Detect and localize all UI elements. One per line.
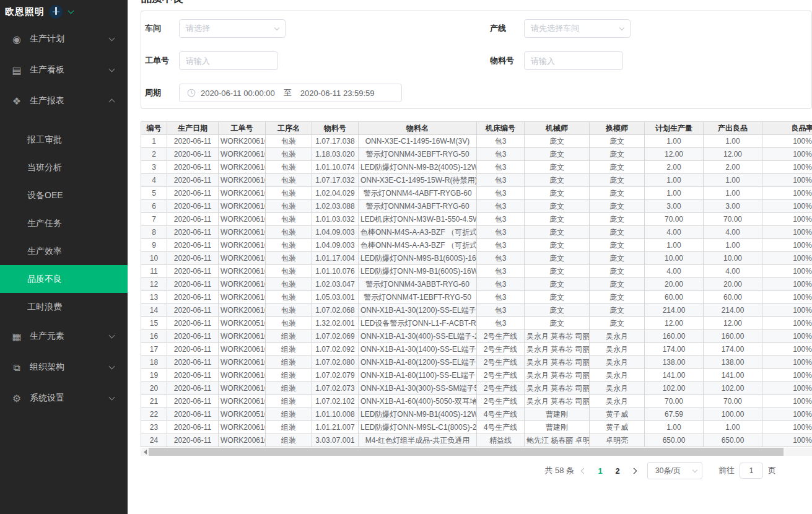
table-row: 102020-06-11WORK200616包装1.01.17.004LED防爆… (141, 252, 812, 265)
column-header: 生产日期 (167, 122, 219, 135)
page-number-2[interactable]: 2 (613, 466, 622, 476)
sidebar: 欧恩照明 ◉生产计划▤生产看板❖生产报表报工审批当班分析设备OEE生产任务生产效… (0, 0, 128, 514)
table-row: 52020-06-11WORK200616包装1.02.04.029警示灯ONN… (141, 187, 812, 200)
table-row: 122020-06-11WORK200616包装1.02.03.047警示灯ON… (141, 278, 812, 291)
kanban-board-icon: ▤ (11, 64, 22, 76)
table-row: 222020-06-11WORK200516组装1.01.10.008LED防爆… (141, 408, 812, 421)
period-daterange-picker[interactable]: 2020-06-11 00:00:00 至 2020-06-11 23:59:5… (179, 84, 402, 102)
line-select[interactable]: 请先选择车间 (524, 19, 631, 38)
sidebar-item-3[interactable]: ▦生产元素 (0, 321, 128, 352)
table-cell: 12 (141, 278, 167, 291)
table-cell: 10.00 (704, 252, 762, 265)
clock-icon (187, 89, 196, 97)
table-cell: 庞文 (525, 317, 590, 330)
sidebar-subitem-2-5[interactable]: 品质不良 (0, 265, 128, 293)
table-cell: 1.00 (645, 421, 704, 434)
table-cell: 2020-06-11 (167, 252, 219, 265)
table-cell: 庞文 (525, 148, 590, 161)
table-cell: 庞文 (525, 187, 590, 200)
sidebar-item-5[interactable]: ⚙系统设置 (0, 383, 128, 414)
table-row: 202020-06-11WORK200616组装1.07.02.073ONN-X… (141, 382, 812, 395)
table-cell: 21 (141, 395, 167, 408)
table-cell: 18 (141, 356, 167, 369)
table-cell: 5 (141, 187, 167, 200)
table-cell: 1 (141, 135, 167, 148)
table-cell: 100% (762, 343, 812, 356)
table-cell: 精益线 (477, 434, 525, 447)
table-cell: 20.00 (645, 278, 704, 291)
prev-page-button[interactable] (581, 468, 587, 474)
table-cell: 庞文 (590, 226, 645, 239)
table-cell: 庞文 (525, 265, 590, 278)
sidebar-subitem-2-4[interactable]: 生产效率 (0, 237, 128, 265)
sidebar-subitem-2-3[interactable]: 生产任务 (0, 209, 128, 237)
table-cell: 100% (762, 421, 812, 434)
table-cell: 庞文 (525, 226, 590, 239)
table-cell: 曹建刚 (525, 408, 590, 421)
chevron-down-icon (109, 364, 115, 370)
table-row: 132020-06-11WORK200616包装1.05.03.001警示灯ON… (141, 291, 812, 304)
table-cell: 60.00 (645, 291, 704, 304)
workshop-label: 车间 (145, 23, 179, 34)
goto-page-input[interactable] (740, 463, 763, 479)
sidebar-subitem-2-0[interactable]: 报工审批 (0, 126, 128, 154)
table-cell: 1.02.03.047 (312, 278, 359, 291)
page-number-1[interactable]: 1 (596, 466, 605, 476)
table-cell: 庞文 (525, 278, 590, 291)
table-cell: 吴永月 (590, 369, 645, 382)
page-title: 品质不良 (141, 0, 812, 5)
page-size-select[interactable]: 30条/页 (647, 462, 702, 479)
table-cell: 100% (762, 408, 812, 421)
table-cell: 庞文 (590, 161, 645, 174)
table-cell: 650.00 (704, 434, 762, 447)
table-cell: 4.00 (645, 226, 704, 239)
sidebar-subitem-2-1[interactable]: 当班分析 (0, 154, 128, 181)
sidebar-subitem-2-6[interactable]: 工时浪费 (0, 293, 128, 321)
sidebar-item-1[interactable]: ▤生产看板 (0, 54, 128, 85)
table-cell: 2020-06-11 (167, 369, 219, 382)
table-cell: 70.00 (704, 213, 762, 226)
sidebar-item-label: 生产元素 (30, 331, 110, 342)
sidebar-item-2[interactable]: ❖生产报表 (0, 85, 128, 116)
table-cell: 3.00 (645, 200, 704, 213)
table-cell: WORK200616 (219, 239, 266, 252)
table-cell: 102.00 (704, 382, 762, 395)
horizontal-scrollbar[interactable] (141, 448, 812, 456)
column-header: 良品率 (762, 122, 812, 135)
sidebar-item-0[interactable]: ◉生产计划 (0, 24, 128, 54)
table-cell: 组装 (266, 434, 312, 447)
table-cell: LED机床灯ONN-M3W-B1-550-4.5W (359, 213, 477, 226)
table-cell: 包装 (266, 187, 312, 200)
table-cell: 吴永月 莫春芯 司丽 (525, 395, 590, 408)
table-cell: WORK200616 (219, 252, 266, 265)
period-start: 2020-06-11 00:00:00 (201, 89, 275, 98)
material-no-input[interactable] (524, 51, 623, 70)
table-cell: 100% (762, 330, 812, 343)
table-row: 162020-06-11WORK200616组装1.07.02.069ONN-X… (141, 330, 812, 343)
table-cell: WORK200616 (219, 226, 266, 239)
work-order-input[interactable] (179, 51, 278, 70)
chevron-down-icon (109, 333, 115, 339)
total-count: 共 58 条 (544, 465, 574, 476)
next-page-button[interactable] (631, 468, 637, 474)
scrollbar-thumb[interactable] (149, 448, 784, 456)
workshop-select[interactable]: 请选择 (179, 19, 286, 38)
table-cell: 1.00 (704, 421, 762, 434)
table-cell: 1.00 (645, 174, 704, 187)
table-cell: 包装 (266, 213, 312, 226)
sidebar-subitem-2-2[interactable]: 设备OEE (0, 181, 128, 209)
table-row: 142020-06-11WORK200616包装1.07.02.068ONN-X… (141, 304, 812, 317)
table-cell: 141.00 (645, 369, 704, 382)
scroll-left-button[interactable] (141, 448, 149, 456)
table-cell: 庞文 (590, 317, 645, 330)
lamp-avatar-icon[interactable] (49, 5, 63, 19)
chevron-down-icon[interactable] (68, 8, 74, 14)
table-cell: 2020-06-11 (167, 330, 219, 343)
table-cell: 庞文 (590, 252, 645, 265)
column-header: 计划生产量 (645, 122, 704, 135)
table-cell: 12.00 (704, 148, 762, 161)
sidebar-item-4[interactable]: ⧉组织架构 (0, 352, 128, 383)
quality-table: 编号生产日期工单号工序名物料号物料名机床编号机械师换模师计划生产量产出良品良品率… (141, 121, 812, 447)
brand-name: 欧恩照明 (5, 6, 45, 18)
table-cell: 包装 (266, 161, 312, 174)
